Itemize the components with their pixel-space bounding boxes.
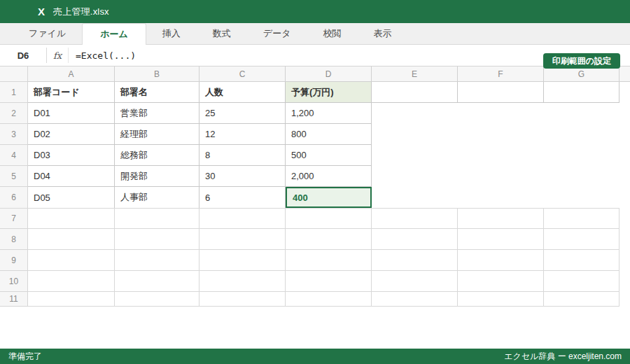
cell-F11[interactable]	[458, 292, 544, 307]
column-header-D[interactable]: D	[286, 66, 372, 82]
cell-C3[interactable]: 12	[200, 124, 286, 145]
cell-D3[interactable]: 800	[286, 124, 372, 145]
row-header-8[interactable]: 8	[0, 229, 28, 250]
cell-F7[interactable]	[458, 208, 544, 229]
cell-A3[interactable]: D02	[28, 124, 115, 145]
select-all-corner[interactable]	[0, 66, 28, 82]
cell-C9[interactable]	[200, 250, 286, 271]
cell-B10[interactable]	[115, 271, 200, 292]
row-header-2[interactable]: 2	[0, 103, 28, 124]
cell-A4[interactable]: D03	[28, 145, 115, 166]
column-header-F[interactable]: F	[458, 66, 544, 82]
cell-B8[interactable]	[115, 229, 200, 250]
cell-G10[interactable]	[544, 271, 620, 292]
column-header-C[interactable]: C	[200, 66, 286, 82]
cell-C8[interactable]	[200, 229, 286, 250]
cell-F1[interactable]	[458, 82, 544, 103]
row-header-10[interactable]: 10	[0, 271, 28, 292]
cell-F5[interactable]	[458, 166, 544, 187]
row-header-4[interactable]: 4	[0, 145, 28, 166]
cell-A9[interactable]	[28, 250, 115, 271]
cell-G1[interactable]	[544, 82, 620, 103]
row-header-3[interactable]: 3	[0, 124, 28, 145]
cell-B9[interactable]	[115, 250, 200, 271]
cell-E10[interactable]	[372, 271, 458, 292]
cell-D4[interactable]: 500	[286, 145, 372, 166]
cell-G2[interactable]	[544, 103, 620, 124]
cell-D10[interactable]	[286, 271, 372, 292]
cell-A5[interactable]: D04	[28, 166, 115, 187]
cell-B3[interactable]: 経理部	[115, 124, 200, 145]
cell-G5[interactable]	[544, 166, 620, 187]
row-header-9[interactable]: 9	[0, 250, 28, 271]
menu-tab-insert[interactable]: 挿入	[146, 23, 197, 44]
cell-F4[interactable]	[458, 145, 544, 166]
cell-C7[interactable]	[200, 208, 286, 229]
menu-tab-home[interactable]: ホーム	[82, 23, 146, 45]
cell-B6[interactable]: 人事部	[115, 187, 200, 208]
cell-D1[interactable]: 予算(万円)	[286, 82, 372, 103]
cell-C10[interactable]	[200, 271, 286, 292]
cell-A10[interactable]	[28, 271, 115, 292]
cell-C11[interactable]	[200, 292, 286, 307]
row-header-1[interactable]: 1	[0, 82, 28, 103]
cell-G7[interactable]	[544, 208, 620, 229]
row-header-7[interactable]: 7	[0, 208, 28, 229]
menu-tab-data[interactable]: データ	[247, 23, 307, 44]
cell-G4[interactable]	[544, 145, 620, 166]
cell-D2[interactable]: 1,200	[286, 103, 372, 124]
cell-E2[interactable]	[372, 103, 458, 124]
cell-B11[interactable]	[115, 292, 200, 307]
cell-E4[interactable]	[372, 145, 458, 166]
column-header-A[interactable]: A	[28, 66, 115, 82]
menu-tab-review[interactable]: 校閲	[307, 23, 357, 44]
cell-G9[interactable]	[544, 250, 620, 271]
row-header-11[interactable]: 11	[0, 292, 28, 307]
cell-A1[interactable]: 部署コード	[28, 82, 115, 103]
cell-D5[interactable]: 2,000	[286, 166, 372, 187]
row-header-5[interactable]: 5	[0, 166, 28, 187]
row-header-6[interactable]: 6	[0, 187, 28, 208]
cell-F9[interactable]	[458, 250, 544, 271]
cell-F3[interactable]	[458, 124, 544, 145]
cell-D6-selected[interactable]: 400	[286, 187, 372, 208]
cell-A7[interactable]	[28, 208, 115, 229]
cell-G3[interactable]	[544, 124, 620, 145]
cell-E6[interactable]	[372, 187, 458, 208]
cell-E5[interactable]	[372, 166, 458, 187]
cell-C6[interactable]: 6	[200, 187, 286, 208]
cell-E9[interactable]	[372, 250, 458, 271]
cell-E8[interactable]	[372, 229, 458, 250]
cell-F6[interactable]	[458, 187, 544, 208]
cell-G8[interactable]	[544, 229, 620, 250]
column-header-G[interactable]: G	[544, 66, 620, 82]
cell-D8[interactable]	[286, 229, 372, 250]
cell-G11[interactable]	[544, 292, 620, 307]
cell-E3[interactable]	[372, 124, 458, 145]
cell-C4[interactable]: 8	[200, 145, 286, 166]
cell-E7[interactable]	[372, 208, 458, 229]
cell-A2[interactable]: D01	[28, 103, 115, 124]
cell-B1[interactable]: 部署名	[115, 82, 200, 103]
cell-F10[interactable]	[458, 271, 544, 292]
cell-C5[interactable]: 30	[200, 166, 286, 187]
cell-F8[interactable]	[458, 229, 544, 250]
cell-B5[interactable]: 開発部	[115, 166, 200, 187]
cell-C1[interactable]: 人数	[200, 82, 286, 103]
cell-A8[interactable]	[28, 229, 115, 250]
cell-E1[interactable]	[372, 82, 458, 103]
menu-tab-formulas[interactable]: 数式	[197, 23, 247, 44]
cell-D11[interactable]	[286, 292, 372, 307]
menu-tab-view[interactable]: 表示	[357, 23, 407, 44]
cell-C2[interactable]: 25	[200, 103, 286, 124]
column-header-E[interactable]: E	[372, 66, 458, 82]
cell-G6[interactable]	[544, 187, 620, 208]
cell-D7[interactable]	[286, 208, 372, 229]
menu-tab-file[interactable]: ファイル	[13, 23, 82, 44]
column-header-B[interactable]: B	[115, 66, 200, 82]
name-box[interactable]: D6	[0, 45, 46, 66]
cell-F2[interactable]	[458, 103, 544, 124]
cell-E11[interactable]	[372, 292, 458, 307]
cell-B7[interactable]	[115, 208, 200, 229]
cell-A6[interactable]: D05	[28, 187, 115, 208]
